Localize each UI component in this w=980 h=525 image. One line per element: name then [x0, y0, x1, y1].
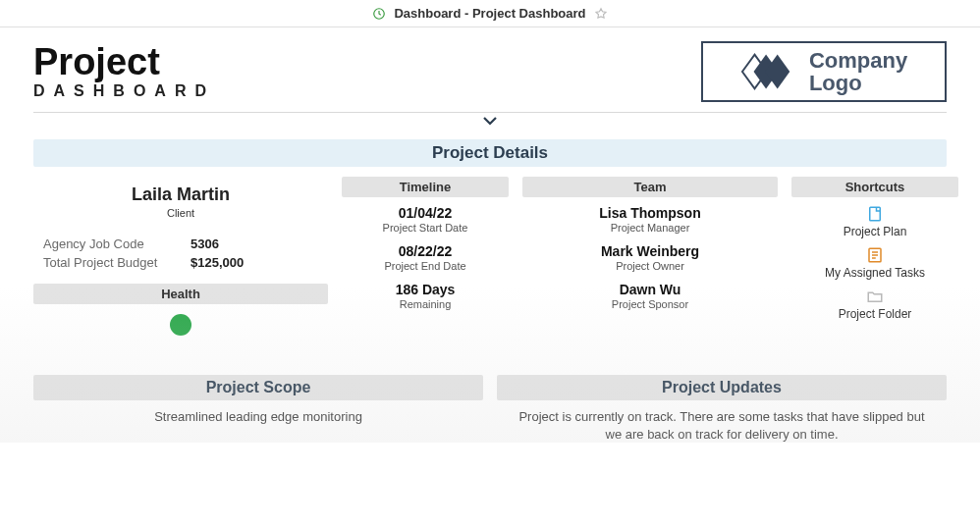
company-logo-text: Company Logo: [809, 49, 907, 94]
timeline-end: 08/22/22 Project End Date: [342, 243, 509, 272]
job-code-label: Agency Job Code: [43, 236, 191, 251]
page-title-block: Project DASHBOARD: [33, 43, 215, 100]
shortcut-project-plan[interactable]: Project Plan: [791, 205, 958, 238]
bottom-row: Project Scope Streamlined leading edge m…: [33, 375, 947, 443]
shortcut-label: Project Plan: [791, 225, 958, 238]
budget-value: $125,000: [191, 255, 244, 270]
budget-label: Total Project Budget: [43, 255, 191, 270]
company-logo-line1: Company: [809, 49, 907, 72]
end-date-label: Project End Date: [342, 260, 509, 272]
end-date-value: 08/22/22: [342, 243, 509, 259]
team-column: Team Lisa Thompson Project Manager Mark …: [522, 177, 778, 336]
client-fields: Agency Job Code 5306 Total Project Budge…: [33, 236, 328, 270]
project-details-banner: Project Details: [33, 139, 947, 167]
team-member-name: Mark Weinberg: [522, 243, 778, 259]
job-code-value: 5306: [191, 236, 219, 251]
company-logo-line2: Logo: [809, 72, 907, 94]
project-updates-section: Project Updates Project is currently on …: [497, 375, 947, 443]
shortcuts-column: Shortcuts Project Plan My Assigned Tasks: [791, 177, 958, 336]
svg-rect-1: [870, 207, 881, 221]
start-date-value: 01/04/22: [342, 205, 509, 221]
shortcut-my-tasks[interactable]: My Assigned Tasks: [791, 246, 958, 280]
checklist-icon: [791, 246, 958, 264]
start-date-label: Project Start Date: [342, 222, 509, 234]
team-member: Mark Weinberg Project Owner: [522, 243, 778, 272]
project-updates-body: Project is currently on track. There are…: [497, 400, 947, 443]
team-member-role: Project Sponsor: [522, 298, 778, 310]
client-column: Laila Martin Client Agency Job Code 5306…: [33, 177, 328, 336]
health-status-indicator: [170, 314, 191, 336]
timeline-column: Timeline 01/04/22 Project Start Date 08/…: [342, 177, 509, 336]
shortcut-label: My Assigned Tasks: [791, 266, 958, 280]
client-role: Client: [33, 207, 328, 219]
company-logo-icon: [740, 52, 797, 91]
project-scope-section: Project Scope Streamlined leading edge m…: [33, 375, 483, 443]
page-title: Project: [33, 43, 215, 82]
project-scope-header: Project Scope: [33, 375, 483, 400]
team-member: Dawn Wu Project Sponsor: [522, 282, 778, 310]
team-member: Lisa Thompson Project Manager: [522, 205, 778, 234]
company-logo: Company Logo: [701, 41, 947, 102]
shortcut-label: Project Folder: [791, 307, 958, 321]
client-name: Laila Martin: [33, 184, 328, 205]
timeline-start: 01/04/22 Project Start Date: [342, 205, 509, 234]
team-member-name: Lisa Thompson: [522, 205, 778, 221]
project-updates-header: Project Updates: [497, 375, 947, 400]
remaining-value: 186 Days: [342, 282, 509, 297]
chevron-down-icon[interactable]: [481, 113, 499, 131]
shortcuts-header: Shortcuts: [791, 177, 958, 197]
section-divider: [33, 112, 947, 128]
top-bar-title: Dashboard - Project Dashboard: [394, 6, 585, 21]
timeline-header: Timeline: [342, 177, 509, 197]
clock-icon: [372, 7, 386, 21]
header: Project DASHBOARD Company Logo: [33, 41, 947, 102]
project-scope-body: Streamlined leading edge monitoring: [33, 400, 483, 426]
timeline-remaining: 186 Days Remaining: [342, 282, 509, 310]
team-header: Team: [522, 177, 778, 197]
folder-icon: [791, 288, 958, 305]
page-subtitle: DASHBOARD: [33, 82, 215, 100]
document-icon: [791, 205, 958, 223]
team-member-role: Project Owner: [522, 260, 778, 272]
team-member-role: Project Manager: [522, 222, 778, 234]
top-bar: Dashboard - Project Dashboard: [0, 0, 980, 27]
star-icon[interactable]: [594, 7, 608, 21]
health-header: Health: [33, 284, 328, 304]
team-member-name: Dawn Wu: [522, 282, 778, 297]
remaining-label: Remaining: [342, 298, 509, 310]
shortcut-project-folder[interactable]: Project Folder: [791, 288, 958, 321]
details-grid: Laila Martin Client Agency Job Code 5306…: [33, 177, 947, 336]
